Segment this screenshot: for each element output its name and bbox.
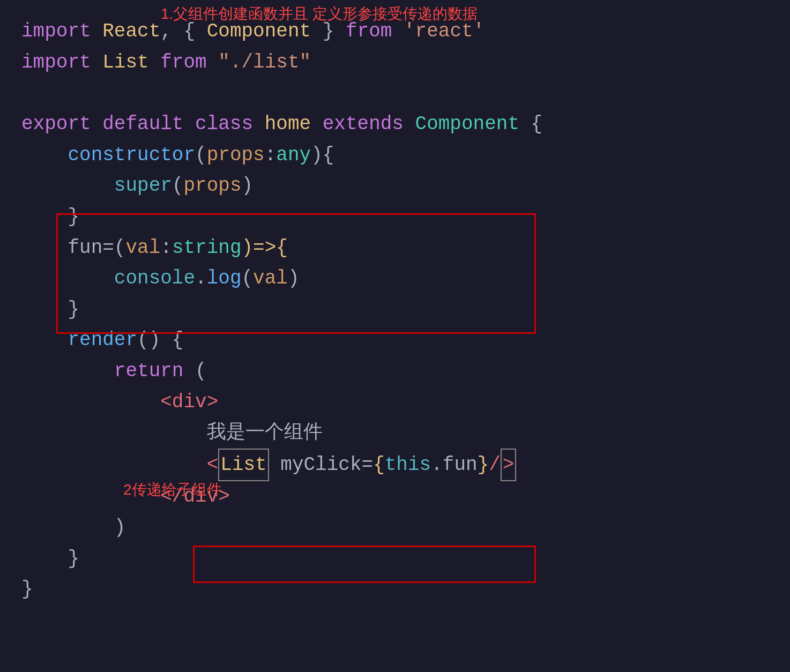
token: myClick (280, 450, 361, 481)
token: () { (137, 325, 183, 356)
code-line-5: super(props) (21, 170, 769, 201)
token: class (195, 109, 265, 140)
token: this (385, 450, 431, 481)
token (21, 140, 68, 171)
token: : (160, 233, 172, 264)
token (269, 450, 281, 481)
token: React (102, 16, 160, 47)
token: ( (183, 356, 206, 387)
code-line-16: ) (21, 512, 769, 543)
token: > (503, 454, 515, 476)
code-line-7: fun=(val:string)=>{ (21, 233, 769, 264)
token: extends (323, 109, 415, 140)
token: export (21, 109, 102, 140)
token: < (160, 387, 172, 418)
token: ) (114, 512, 126, 543)
code-line-6: } (21, 201, 769, 233)
token: return (114, 356, 184, 387)
code-line-13: 我是一个组件 (21, 417, 769, 449)
list-tag-box: List (218, 449, 269, 482)
token: } (21, 574, 33, 605)
token: ( (195, 140, 207, 171)
token: = (362, 450, 374, 481)
code-line-9: } (21, 294, 769, 325)
token: = (102, 233, 114, 264)
code-line-2: import List from "./list" (21, 47, 769, 78)
code-line-14: <List myClick={this.fun}/> 2传递给子组件 (21, 449, 769, 482)
close-tag-box: > (501, 449, 517, 482)
token: } (21, 543, 79, 574)
token: super (114, 170, 172, 201)
token: } (21, 201, 79, 233)
token: constructor (68, 140, 195, 171)
code-editor: import React, { Component } from 'react'… (0, 0, 790, 672)
code-line-11: return ( (21, 356, 769, 387)
token: ) (242, 170, 254, 201)
token: ) (288, 263, 300, 294)
token: default (102, 109, 195, 140)
token (21, 263, 114, 294)
token (207, 47, 219, 78)
string: "./list" (218, 47, 311, 78)
token: ( (241, 263, 253, 294)
token: console (114, 263, 195, 294)
token: fun (68, 233, 102, 264)
token: List (102, 47, 148, 78)
token: ( (114, 233, 126, 264)
token: > (207, 387, 219, 418)
token: val (253, 263, 288, 294)
token (21, 325, 68, 356)
code-line-8: console.log(val) 1.父组件创建函数并且 定义形参接受传递的数据 (21, 263, 769, 294)
token: render (68, 325, 137, 356)
token: : (265, 140, 277, 171)
token: List (220, 454, 266, 476)
code-line-4: constructor(props:any){ (21, 140, 769, 171)
token (21, 356, 114, 387)
code-line-10: render() { (21, 325, 769, 356)
token: log (207, 263, 242, 294)
token: string (172, 233, 242, 264)
token: Component (415, 109, 519, 140)
keyword-import: import (21, 47, 102, 78)
token: / (489, 450, 501, 481)
token: val (125, 233, 160, 264)
token: . (431, 450, 443, 481)
annotation-1: 1.父组件创建函数并且 定义形参接受传递的数据 (161, 2, 478, 26)
token: } (21, 294, 79, 325)
token (21, 450, 207, 481)
chinese-text: 我是一个组件 (207, 417, 323, 449)
token: < (207, 450, 219, 481)
token: any (276, 140, 311, 171)
token (21, 387, 160, 418)
code-line-12: <div> (21, 387, 769, 418)
token (149, 47, 161, 78)
code-line-17: } (21, 543, 769, 574)
token: )=>{ (242, 233, 288, 264)
token: { (519, 109, 542, 140)
token: div (172, 387, 207, 418)
token: props (183, 170, 241, 201)
token (21, 170, 114, 201)
code-line-18: } (21, 574, 769, 605)
blank-line (21, 78, 769, 109)
token: { (373, 450, 385, 481)
token: props (207, 140, 265, 171)
token: fun (443, 450, 478, 481)
keyword-from: from (160, 47, 206, 78)
token (21, 512, 114, 543)
token (21, 233, 68, 264)
token: ){ (311, 140, 334, 171)
keyword-import: import (21, 16, 102, 47)
token: ( (172, 170, 184, 201)
code-line-3: export default class home extends Compon… (21, 109, 769, 140)
token: } (478, 450, 489, 481)
token (21, 417, 207, 449)
token: home (265, 109, 323, 140)
annotation-2: 2传递给子组件 (123, 478, 222, 502)
token: . (195, 263, 207, 294)
